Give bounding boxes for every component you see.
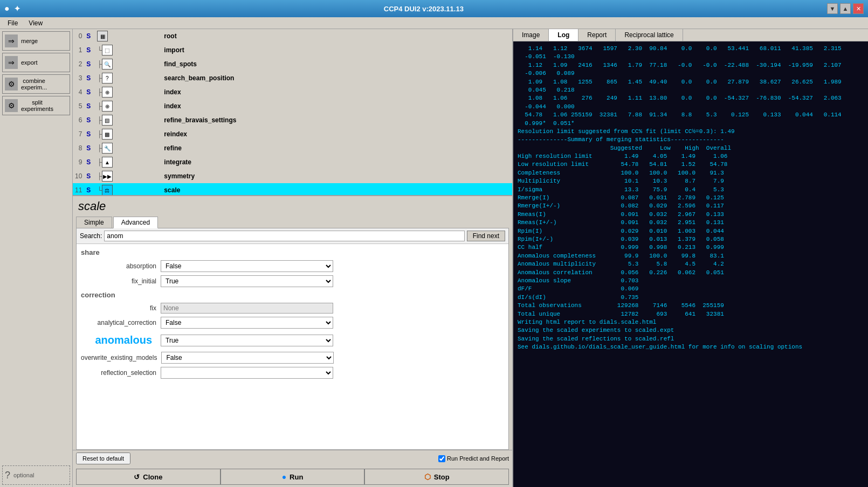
correction-heading: correction xyxy=(81,289,504,301)
split-icon: ⚙ xyxy=(5,99,18,112)
row-status: S xyxy=(84,183,95,196)
absorption-select[interactable]: FalseTrue xyxy=(161,260,333,272)
title-bar-left: ● ✦ xyxy=(4,4,20,13)
run-icon: ● xyxy=(282,472,286,481)
tab-report[interactable]: Report xyxy=(578,29,616,41)
row-name: index xyxy=(160,99,512,113)
combine-icon: ⚙ xyxy=(5,78,18,91)
row-num: 7 xyxy=(73,127,84,141)
tab-image[interactable]: Image xyxy=(513,29,549,41)
pipeline-row[interactable]: 1 S └⬚ import xyxy=(73,43,512,57)
pipeline-row[interactable]: 4 S ├⊕ index xyxy=(73,85,512,99)
overwrite-select[interactable]: FalseTrue xyxy=(161,352,334,364)
sidebar-merge-button[interactable]: ⇒ merge xyxy=(2,31,70,51)
row-status: S xyxy=(84,141,95,155)
anomalous-row: anomalous TrueFalse xyxy=(81,330,504,350)
pipeline-row[interactable]: 7 S ├▩ reindex xyxy=(73,127,512,141)
row-num: 11 xyxy=(73,183,84,196)
log-line: High resolution limit 1.49 4.05 1.49 1.0… xyxy=(518,152,864,161)
row-num: 1 xyxy=(73,43,84,57)
maximize-button[interactable]: ▲ xyxy=(840,3,851,14)
close-button[interactable]: ✕ xyxy=(853,3,864,14)
row-status: S xyxy=(84,113,95,127)
pipeline-row[interactable]: 5 S ├⊕ index xyxy=(73,99,512,113)
pipeline-row[interactable]: 3 S ├? search_beam_position xyxy=(73,71,512,85)
main-area: ⇒ merge ⇒ export ⚙ combineexperim... ⚙ s… xyxy=(0,29,868,487)
reflection-selection-label: reflection_selection xyxy=(81,369,156,377)
reflection-selection-select[interactable] xyxy=(161,367,333,379)
row-icons: ├⊕ xyxy=(95,85,160,99)
row-name: search_beam_position xyxy=(160,71,512,85)
log-line: dI/s(dI) 0.735 xyxy=(518,294,864,302)
row-status: S xyxy=(84,99,95,113)
log-line: CC half 0.999 0.998 0.213 0.999 xyxy=(518,244,864,252)
analytical-correction-select[interactable]: FalseTrue xyxy=(161,317,333,329)
app-icon: ✦ xyxy=(14,4,20,13)
log-line: Anomalous correlation 0.056 0.226 0.062 … xyxy=(518,269,864,277)
row-name: refine_bravais_settings xyxy=(160,113,512,127)
sidebar-export-button[interactable]: ⇒ export xyxy=(2,53,70,72)
log-line: Rpim(I+/-) 0.039 0.013 1.379 0.058 xyxy=(518,235,864,244)
row-num: 10 xyxy=(73,169,84,183)
row-name: reindex xyxy=(160,127,512,141)
pipeline-row[interactable]: 0 S ▦ root xyxy=(73,29,512,43)
log-line: Total unique 12782 693 641 32381 xyxy=(518,310,864,318)
clone-button[interactable]: ↺ Clone xyxy=(76,469,221,485)
optional-icon: ? xyxy=(5,470,10,481)
log-line: Saving the scaled experiments to scaled.… xyxy=(518,326,864,335)
log-line: -0.006 0.089 xyxy=(518,69,864,78)
row-name: scale xyxy=(160,183,512,196)
sidebar-split-button[interactable]: ⚙ splitexperiments xyxy=(2,96,70,115)
run-predict-checkbox[interactable] xyxy=(438,455,445,462)
absorption-row: absorption FalseTrue xyxy=(81,259,504,274)
menu-file[interactable]: File xyxy=(2,18,23,28)
sidebar-combine-button[interactable]: ⚙ combineexperim... xyxy=(2,74,70,94)
fix-input[interactable] xyxy=(161,303,333,314)
optional-label: optional xyxy=(13,472,35,478)
reset-to-default-button[interactable]: Reset to default xyxy=(76,453,130,464)
pipeline-row[interactable]: 11 S └⚖ scale xyxy=(73,183,512,196)
pipeline-row[interactable]: 2 S ├🔍 find_spots xyxy=(73,57,512,71)
find-next-button[interactable]: Find next xyxy=(467,231,505,241)
fix-initial-select[interactable]: TrueFalse xyxy=(161,275,333,287)
pipeline-tree[interactable]: 0 S ▦ root 1 S └⬚ import 2 S ├🔍 find_spo… xyxy=(73,29,512,196)
pipeline-row[interactable]: 6 S ├▧ refine_bravais_settings xyxy=(73,113,512,127)
app-title: CCP4 DUI2 v:2023.11.13 xyxy=(20,5,827,13)
form-area: Search: Find next share absorption False… xyxy=(76,228,509,450)
row-status: S xyxy=(84,85,95,99)
combine-label: combineexperim... xyxy=(21,78,47,91)
pipeline-row[interactable]: 9 S ├▲ integrate xyxy=(73,155,512,169)
stop-button[interactable]: ⬡ Stop xyxy=(364,469,509,485)
anomalous-select[interactable]: TrueFalse xyxy=(161,335,333,346)
log-line: 1.14 1.12 3674 1597 2.30 90.84 0.0 0.0 5… xyxy=(518,45,864,53)
tab-log[interactable]: Log xyxy=(549,29,578,41)
run-button[interactable]: ● Run xyxy=(221,469,365,485)
center-panel: 0 S ▦ root 1 S └⬚ import 2 S ├🔍 find_spo… xyxy=(73,29,512,487)
row-name: find_spots xyxy=(160,57,512,71)
log-line: Low resolution limit 54.78 54.81 1.52 54… xyxy=(518,161,864,169)
analytical-correction-label: analytical_correction xyxy=(81,319,156,326)
minimize-button[interactable]: ▼ xyxy=(827,3,838,14)
tab-advanced[interactable]: Advanced xyxy=(113,217,158,228)
row-status: S xyxy=(84,127,95,141)
pipeline-row[interactable]: 10 S ├▶▶ symmetry xyxy=(73,169,512,183)
search-input[interactable] xyxy=(104,231,464,241)
log-line: Rmerge(I+/-) 0.082 0.029 2.596 0.117 xyxy=(518,202,864,210)
search-label: Search: xyxy=(80,232,102,240)
right-tabs: Image Log Report Reciprocal lattice xyxy=(513,29,868,41)
tab-reciprocal-lattice[interactable]: Reciprocal lattice xyxy=(616,29,683,41)
row-num: 9 xyxy=(73,155,84,169)
fix-initial-row: fix_initial TrueFalse xyxy=(81,274,504,289)
log-line: Writing html report to dials.scale.html xyxy=(518,318,864,326)
row-icons: ▦ xyxy=(95,29,160,43)
log-line: 1.08 1.06 276 249 1.11 13.80 0.0 0.0 -54… xyxy=(518,94,864,102)
fix-row: fix xyxy=(81,301,504,315)
row-num: 5 xyxy=(73,99,84,113)
stop-icon: ⬡ xyxy=(424,472,431,481)
pipeline-row[interactable]: 8 S ├🔧 refine xyxy=(73,141,512,155)
row-icons: ├▩ xyxy=(95,127,160,141)
log-panel: 1.14 1.12 3674 1597 2.30 90.84 0.0 0.0 5… xyxy=(513,41,868,487)
tab-simple[interactable]: Simple xyxy=(76,217,112,228)
menu-view[interactable]: View xyxy=(23,18,48,28)
log-line: Rmeas(I) 0.091 0.032 2.967 0.133 xyxy=(518,211,864,219)
